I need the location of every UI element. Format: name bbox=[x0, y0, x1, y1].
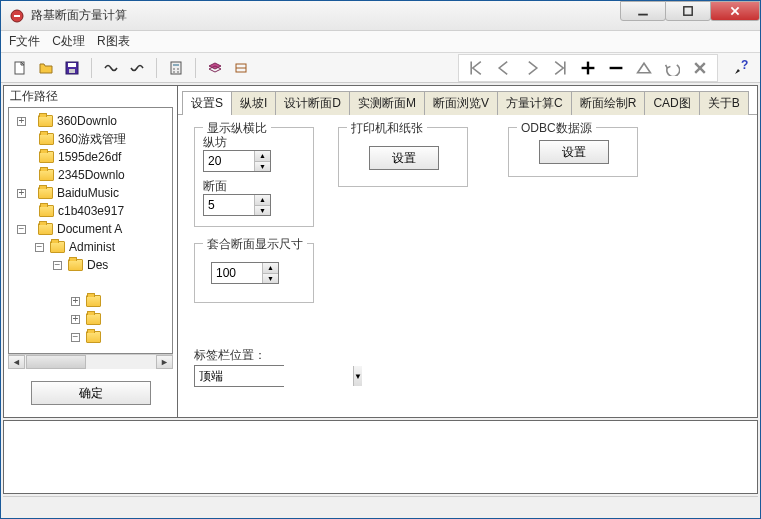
label-tabpos: 标签栏位置： bbox=[194, 347, 266, 364]
maximize-button[interactable] bbox=[665, 1, 711, 21]
group-odbc: ODBC数据源 设置 bbox=[508, 127, 638, 177]
input-size-field[interactable] bbox=[212, 263, 262, 283]
combo-tabpos-field[interactable] bbox=[195, 366, 353, 386]
svg-rect-11 bbox=[173, 64, 179, 66]
spin-up-icon[interactable]: ▲ bbox=[255, 195, 270, 206]
calc-icon[interactable] bbox=[165, 57, 187, 79]
combo-tabpos[interactable]: ▼ bbox=[194, 365, 284, 387]
minimize-button[interactable] bbox=[620, 1, 666, 21]
tree-item[interactable]: c1b403e917 bbox=[58, 204, 124, 218]
folder-icon bbox=[50, 241, 65, 253]
help-icon[interactable]: ? bbox=[730, 57, 752, 79]
scroll-thumb[interactable] bbox=[26, 355, 86, 369]
app-window: 路基断面方量计算 F文件 C处理 R图表 bbox=[0, 0, 761, 519]
last-icon[interactable] bbox=[549, 57, 571, 79]
group-printer: 打印机和纸张 设置 bbox=[338, 127, 468, 187]
spin-down-icon[interactable]: ▼ bbox=[255, 162, 270, 172]
tab-calc[interactable]: 方量计算C bbox=[497, 91, 572, 115]
tab-slope[interactable]: 纵坡I bbox=[231, 91, 276, 115]
tree-item[interactable]: Des bbox=[87, 258, 108, 272]
odbc-settings-button[interactable]: 设置 bbox=[539, 140, 609, 164]
ok-button[interactable]: 确定 bbox=[31, 381, 151, 405]
input-duan-field[interactable] bbox=[204, 195, 254, 215]
menu-chart[interactable]: R图表 bbox=[97, 33, 130, 50]
close-button[interactable] bbox=[710, 1, 760, 21]
input-size[interactable]: ▲▼ bbox=[211, 262, 279, 284]
add-icon[interactable] bbox=[577, 57, 599, 79]
undo-icon[interactable] bbox=[661, 57, 683, 79]
tab-measured[interactable]: 实测断面M bbox=[349, 91, 425, 115]
scroll-left-icon[interactable]: ◄ bbox=[8, 355, 25, 369]
scroll-right-icon[interactable]: ► bbox=[156, 355, 173, 369]
next-icon[interactable] bbox=[521, 57, 543, 79]
label-duan: 断面 bbox=[203, 178, 227, 195]
svg-rect-10 bbox=[171, 62, 181, 74]
section-icon[interactable] bbox=[230, 57, 252, 79]
group-printer-legend: 打印机和纸张 bbox=[347, 120, 427, 137]
right-panel: 设置S 纵坡I 设计断面D 实测断面M 断面浏览V 方量计算C 断面绘制R CA… bbox=[178, 86, 757, 417]
tree-item[interactable]: Document A bbox=[57, 222, 122, 236]
folder-icon bbox=[39, 151, 54, 163]
folder-icon bbox=[39, 133, 54, 145]
tab-draw[interactable]: 断面绘制R bbox=[571, 91, 646, 115]
left-title: 工作路径 bbox=[4, 86, 177, 107]
layers-icon[interactable] bbox=[204, 57, 226, 79]
tree-hscrollbar[interactable]: ◄ ► bbox=[8, 354, 173, 369]
folder-tree[interactable]: +360Downlo 360游戏管理 1595de26df 2345Downlo… bbox=[8, 107, 173, 354]
spin-down-icon[interactable]: ▼ bbox=[263, 274, 278, 284]
printer-settings-button[interactable]: 设置 bbox=[369, 146, 439, 170]
input-zong-field[interactable] bbox=[204, 151, 254, 171]
tab-cad[interactable]: CAD图 bbox=[644, 91, 699, 115]
app-icon bbox=[9, 8, 25, 24]
tree-item[interactable]: 360Downlo bbox=[57, 114, 117, 128]
folder-icon bbox=[39, 205, 54, 217]
chevron-down-icon[interactable]: ▼ bbox=[353, 366, 362, 386]
tab-bar: 设置S 纵坡I 设计断面D 实测断面M 断面浏览V 方量计算C 断面绘制R CA… bbox=[178, 86, 757, 115]
svg-point-12 bbox=[173, 68, 175, 70]
menu-process[interactable]: C处理 bbox=[52, 33, 85, 50]
tab-design[interactable]: 设计断面D bbox=[275, 91, 350, 115]
wave1-icon[interactable] bbox=[100, 57, 122, 79]
up-icon[interactable] bbox=[633, 57, 655, 79]
tree-item[interactable]: BaiduMusic bbox=[57, 186, 119, 200]
prev-icon[interactable] bbox=[493, 57, 515, 79]
tree-item[interactable]: 1595de26df bbox=[58, 150, 121, 164]
tree-item[interactable]: 360游戏管理 bbox=[58, 131, 126, 148]
tab-browse[interactable]: 断面浏览V bbox=[424, 91, 498, 115]
svg-rect-1 bbox=[14, 15, 20, 17]
toolbar: ? bbox=[1, 53, 760, 83]
wave2-icon[interactable] bbox=[126, 57, 148, 79]
folder-icon bbox=[38, 115, 53, 127]
tab-settings[interactable]: 设置S bbox=[182, 91, 232, 115]
menu-file[interactable]: F文件 bbox=[9, 33, 40, 50]
folder-icon bbox=[39, 169, 54, 181]
tree-item[interactable]: 2345Downlo bbox=[58, 168, 125, 182]
menubar: F文件 C处理 R图表 bbox=[1, 31, 760, 53]
folder-icon bbox=[86, 313, 101, 325]
svg-text:?: ? bbox=[741, 60, 748, 72]
spin-up-icon[interactable]: ▲ bbox=[263, 263, 278, 274]
remove-icon[interactable] bbox=[605, 57, 627, 79]
spin-up-icon[interactable]: ▲ bbox=[255, 151, 270, 162]
svg-rect-9 bbox=[69, 69, 75, 73]
svg-point-13 bbox=[177, 68, 179, 70]
window-title: 路基断面方量计算 bbox=[31, 7, 621, 24]
folder-icon bbox=[86, 331, 101, 343]
left-panel: 工作路径 +360Downlo 360游戏管理 1595de26df 2345D… bbox=[4, 86, 178, 417]
spin-down-icon[interactable]: ▼ bbox=[255, 206, 270, 216]
tree-item[interactable]: Administ bbox=[69, 240, 115, 254]
save-icon[interactable] bbox=[61, 57, 83, 79]
input-zong[interactable]: ▲▼ bbox=[203, 150, 271, 172]
new-file-icon[interactable] bbox=[9, 57, 31, 79]
first-icon[interactable] bbox=[465, 57, 487, 79]
svg-point-14 bbox=[173, 71, 175, 73]
group-size-legend: 套合断面显示尺寸 bbox=[203, 236, 307, 253]
group-size: 套合断面显示尺寸 ▲▼ bbox=[194, 243, 314, 303]
group-odbc-legend: ODBC数据源 bbox=[517, 120, 596, 137]
open-file-icon[interactable] bbox=[35, 57, 57, 79]
tab-about[interactable]: 关于B bbox=[699, 91, 749, 115]
folder-icon bbox=[86, 295, 101, 307]
delete-icon[interactable] bbox=[689, 57, 711, 79]
input-duan[interactable]: ▲▼ bbox=[203, 194, 271, 216]
form-area: 显示纵横比 纵坊 ▲▼ 断面 ▲▼ 打印机和纸张 设置 bbox=[178, 115, 757, 417]
